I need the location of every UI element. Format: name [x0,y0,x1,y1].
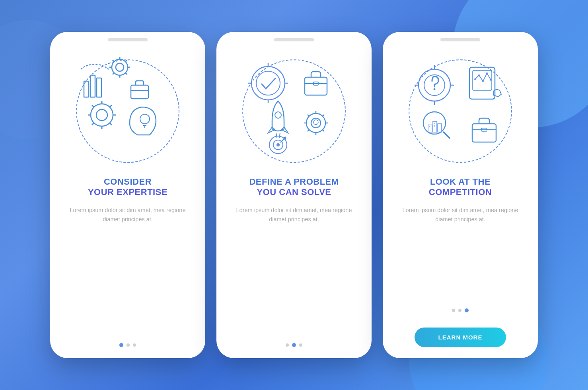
dot-2-3 [458,309,461,312]
svg-rect-33 [305,77,327,95]
svg-point-15 [91,104,113,126]
svg-rect-61 [469,67,495,99]
svg-rect-1 [90,75,95,97]
phone-title-2: DEFINE A PROBLEM YOU CAN SOLVE [249,177,339,198]
phone-content-1: CONSIDER YOUR EXPERTISE Lorem ipsum dolo… [50,177,205,343]
svg-point-66 [486,72,488,74]
svg-line-12 [125,73,127,74]
phone-illustration-3 [383,41,538,177]
phone-2: DEFINE A PROBLEM YOU CAN SOLVE Lorem ips… [216,32,372,358]
phones-container: CONSIDER YOUR EXPERTISE Lorem ipsum dolo… [50,32,538,358]
phone-body-3: Lorem ipsum dolor sit dim amet, mea regi… [395,206,525,224]
phone-notch-3 [440,38,480,41]
svg-point-28 [256,71,280,95]
dot-3-2 [299,343,302,347]
svg-rect-73 [429,126,430,127]
svg-line-44 [323,115,324,116]
svg-point-36 [275,112,281,118]
dot-1-2 [286,343,289,347]
svg-line-22 [110,105,112,107]
phone-content-3: LOOK AT THE COMPETITION Lorem ipsum dolo… [383,177,538,308]
svg-rect-70 [428,125,432,132]
svg-line-46 [323,130,324,131]
dots-indicator-2 [286,343,302,347]
svg-line-10 [125,60,127,62]
dot-active-1 [119,343,123,347]
phone-content-2: DEFINE A PROBLEM YOU CAN SOLVE Lorem ips… [216,177,372,343]
dot-1-3 [452,309,455,312]
svg-point-25 [140,114,150,124]
svg-rect-75 [434,125,435,127]
svg-rect-76 [472,124,496,142]
svg-line-43 [308,115,309,116]
dot-active-2 [292,343,296,347]
phone-notch-2 [274,38,314,41]
svg-line-9 [113,60,114,62]
svg-point-60 [434,88,436,90]
phone-illustration-1 [50,41,205,177]
icon-area-3 [405,53,516,165]
phone-notch-1 [108,38,148,41]
svg-point-16 [96,109,107,121]
svg-line-45 [308,130,309,131]
phone-title-1: CONSIDER YOUR EXPERTISE [88,177,167,198]
phone-title-3: LOOK AT THE COMPETITION [429,177,492,198]
svg-line-21 [92,105,94,107]
icon-area-1 [72,53,183,165]
svg-point-65 [482,80,484,82]
svg-rect-13 [131,85,148,99]
dots-indicator-1 [119,343,136,347]
svg-rect-72 [438,124,442,132]
svg-line-11 [113,73,114,74]
svg-point-37 [306,113,325,133]
phone-body-1: Lorem ipsum dolor sit dim amet, mea regi… [63,206,193,224]
svg-rect-2 [97,78,101,97]
svg-line-69 [444,132,450,138]
phone-illustration-2 [216,41,372,177]
phone-3: LOOK AT THE COMPETITION Lorem ipsum dolo… [383,32,538,358]
dot-2-1 [127,343,130,347]
svg-line-24 [110,123,112,125]
learn-more-button[interactable]: LEARN MORE [415,328,506,347]
svg-point-64 [478,74,480,76]
svg-point-47 [313,120,318,125]
dots-indicator-3 [452,308,469,312]
dot-active-3 [465,308,469,312]
icon-area-2 [238,53,350,165]
dot-3-1 [133,343,136,347]
svg-rect-0 [84,81,89,97]
svg-line-23 [92,123,94,125]
svg-rect-74 [434,123,435,124]
svg-point-67 [490,79,492,81]
svg-point-63 [474,78,476,80]
phone-1: CONSIDER YOUR EXPERTISE Lorem ipsum dolo… [50,32,205,358]
svg-point-4 [116,63,124,71]
svg-point-51 [276,143,280,146]
phone-body-2: Lorem ipsum dolor sit dim amet, mea regi… [229,206,359,224]
